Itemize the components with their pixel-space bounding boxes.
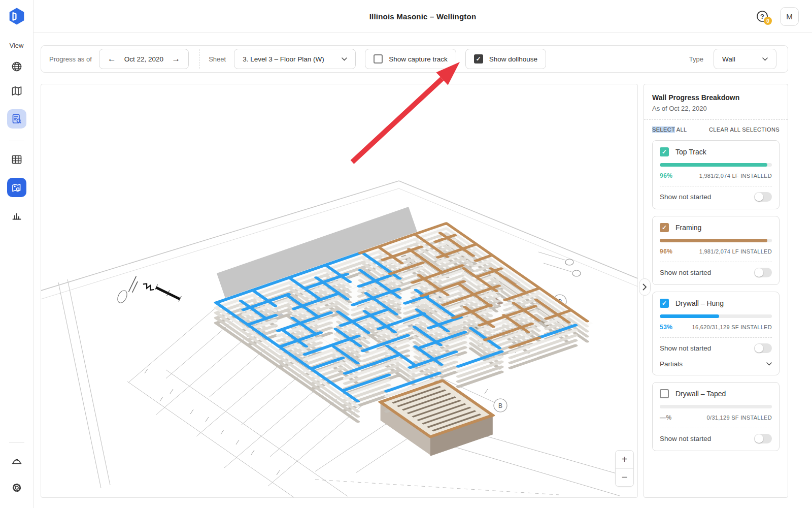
sheet-label: Sheet [209,55,226,63]
app-window: Illinois Masonic – Wellington ? 0 M View [0,0,812,508]
sheet-select[interactable]: 3. Level 3 – Floor Plan (W) [234,49,356,69]
date-prev-button[interactable]: ← [108,54,116,64]
card-label: Drywall – Hung [675,299,724,307]
zoom-control: + − [615,450,634,487]
sidebar: View [0,0,33,508]
card-label: Drywall – Taped [675,390,726,398]
app-logo-icon[interactable] [8,7,26,25]
toolbar-divider [199,49,199,69]
progress-bar [660,239,772,242]
show-not-started-label: Show not started [660,193,711,201]
chevron-down-icon [766,362,772,366]
card-divider [660,337,772,338]
show-not-started-label: Show not started [660,269,711,276]
avatar[interactable]: M [780,7,799,26]
progress-percent: —% [660,414,672,421]
date-value: Oct 22, 2020 [124,55,163,63]
drywall-hung-checkbox[interactable] [660,299,669,308]
sidebar-item-map[interactable] [7,85,26,97]
map-icon [11,85,23,97]
show-not-started-label: Show not started [660,344,711,352]
framing-checkbox[interactable] [660,223,669,232]
panel-title: Wall Progress Breakdown [652,93,780,102]
viewer-canvas: B C D [41,84,638,498]
panel-collapse-button[interactable] [639,278,651,296]
floorplan-dollhouse-view[interactable]: B C D [41,84,637,497]
help-button[interactable]: ? 0 [756,10,769,23]
sidebar-item-field-tools[interactable] [7,456,26,468]
card-label: Framing [675,224,701,232]
sidebar-item-analytics[interactable] [7,209,26,221]
progress-detail: 1,981/2,074 LF INSTALLED [699,173,772,179]
chevron-right-icon [642,283,647,291]
type-select[interactable]: Wall [714,49,776,69]
show-not-started-toggle[interactable] [754,268,772,277]
chevron-down-icon [342,57,347,61]
card-label: Top Track [675,148,706,156]
progress-detail: 0/31,129 SF INSTALLED [707,415,772,421]
chevron-down-icon [762,57,768,61]
bar-chart-icon [11,209,23,221]
show-not-started-toggle[interactable] [754,434,772,443]
sidebar-item-settings[interactable] [7,482,26,494]
sidebar-item-progress-report[interactable] [7,109,26,129]
progress-detail: 16,620/31,129 SF INSTALLED [692,324,772,330]
svg-text:B: B [498,402,502,409]
type-value: Wall [722,55,735,63]
show-not-started-label: Show not started [660,435,711,442]
sidebar-section-label: View [10,42,24,49]
clear-all-selections-button[interactable]: CLEAR ALL SELECTIONS [709,126,780,133]
gear-icon [11,482,23,494]
sheet-value: 3. Level 3 – Floor Plan (W) [243,55,324,63]
progress-bar [660,314,772,318]
partials-label: Partials [660,360,683,368]
help-badge: 0 [764,17,772,25]
hardhat-icon [11,456,23,468]
progress-card-drywall-taped: Drywall – Taped —% 0/31,129 SF INSTALLED… [652,382,780,451]
progress-detail: 1,981/2,074 LF INSTALLED [699,248,772,255]
show-capture-track-toggle[interactable]: Show capture track [365,49,456,69]
progress-percent: 96% [660,248,673,255]
progress-as-of-label: Progress as of [49,55,92,63]
photo-map-icon [11,182,22,193]
progress-breakdown-panel: Wall Progress Breakdown As of Oct 22, 20… [644,84,788,498]
report-search-icon [11,113,22,124]
date-next-button[interactable]: → [172,54,180,64]
progress-bar [660,163,772,167]
zoom-in-button[interactable]: + [616,451,633,469]
progress-card-framing: Framing 96% 1,981/2,074 LF INSTALLED Sho… [652,216,780,285]
header-divider [0,33,812,33]
card-divider [660,428,772,428]
progress-bar [660,405,772,408]
card-divider [660,262,772,262]
progress-card-drywall-hung: Drywall – Hung 53% 16,620/31,129 SF INST… [652,292,780,375]
top-track-checkbox[interactable] [660,147,669,156]
select-all-button[interactable]: SELECT ALL [652,126,687,133]
dollhouse-checkbox[interactable] [474,54,483,64]
partials-expander[interactable]: Partials [660,360,772,368]
table-icon [11,153,23,166]
show-dollhouse-toggle[interactable]: Show dollhouse [465,49,546,69]
drywall-taped-checkbox[interactable] [660,389,669,398]
progress-percent: 96% [660,172,673,179]
capture-track-checkbox[interactable] [374,54,383,64]
sidebar-item-photo-map-active[interactable] [7,178,26,197]
sidebar-item-table[interactable] [7,153,26,166]
page-title: Illinois Masonic – Wellington [33,0,812,33]
sidebar-bottom-divider [9,442,24,443]
progress-cards: Top Track 96% 1,981/2,074 LF INSTALLED S… [644,140,788,459]
panel-subtitle: As of Oct 22, 2020 [652,105,780,112]
zoom-out-button[interactable]: − [616,469,633,487]
progress-percent: 53% [660,324,673,331]
show-not-started-toggle[interactable] [754,192,772,202]
type-label: Type [689,55,703,63]
capture-track-label: Show capture track [389,55,448,63]
sidebar-item-globe[interactable] [7,60,26,73]
progress-card-top-track: Top Track 96% 1,981/2,074 LF INSTALLED S… [652,140,780,209]
sidebar-divider [9,141,24,141]
show-not-started-toggle[interactable] [754,343,772,353]
globe-icon [11,60,23,73]
date-picker[interactable]: ← Oct 22, 2020 → [99,49,189,69]
toolbar: Progress as of ← Oct 22, 2020 → Sheet 3.… [41,45,788,73]
dollhouse-label: Show dollhouse [489,55,537,63]
